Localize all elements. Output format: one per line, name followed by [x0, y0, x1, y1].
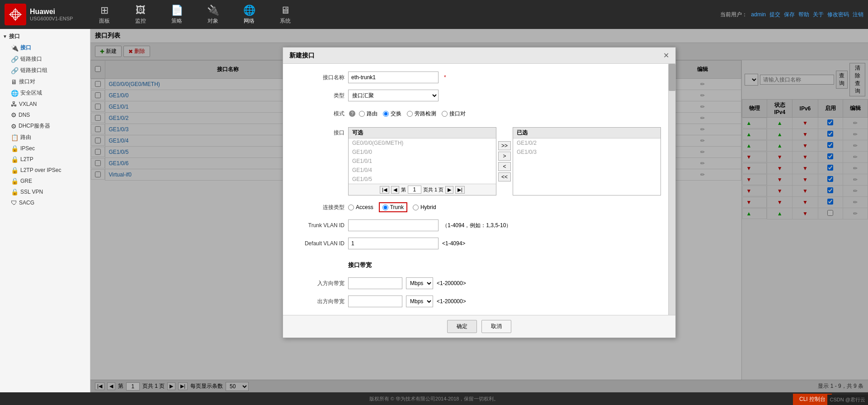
avail-last-btn[interactable]: ▶| [455, 186, 465, 194]
mode-switch-option[interactable]: 交换 [383, 110, 401, 118]
available-item-1[interactable]: GE1/0/0 [349, 148, 496, 157]
mode-switch-radio[interactable] [383, 111, 389, 117]
logo-title: Huawei [30, 8, 73, 16]
save-link[interactable]: 保存 [784, 11, 795, 19]
nav-network-label: 网络 [244, 17, 255, 25]
available-body: GE0/0/0(GE0/METH) GE1/0/0 GE1/0/1 GE1/0/… [349, 138, 496, 184]
nav-object[interactable]: 🔌 对象 [195, 1, 231, 29]
dhcp-icon: ⚙ [11, 123, 17, 130]
outbound-unit-select[interactable]: Mbps Kbps [406, 295, 433, 307]
new-interface-modal: 新建接口 ✕ 接口名称 * [283, 47, 676, 338]
available-list: 可选 GE0/0/0(GE0/METH) GE1/0/0 GE1/0/1 GE1… [348, 127, 496, 195]
sidebar-item-security-zone[interactable]: 🌐 安全区域 [7, 87, 90, 99]
conn-hybrid-radio[interactable] [413, 205, 419, 210]
logout-link[interactable]: 注销 [853, 11, 863, 19]
sidebar-item-vxlan[interactable]: 🖧 VXLAN [7, 99, 90, 110]
help-link[interactable]: 帮助 [798, 11, 809, 19]
nav-monitor[interactable]: 🖼 监控 [123, 1, 159, 29]
form-row-type: 类型 接口汇聚 [290, 89, 661, 102]
transfer-left-btn[interactable]: < [498, 162, 511, 171]
modal-scrollbar[interactable] [668, 64, 675, 315]
nav-policy-label: 策略 [171, 17, 182, 25]
cancel-button[interactable]: 取消 [481, 320, 511, 333]
sidebar-root[interactable]: ▼ 接口 [0, 31, 90, 42]
mode-route-option[interactable]: 路由 [359, 110, 377, 118]
type-select[interactable]: 接口汇聚 [348, 90, 439, 101]
sidebar-item-sslvpn[interactable]: 🔒 SSL VPN [7, 186, 90, 197]
form-row-inbound: 入方向带宽 Mbps Kbps <1-200000> [290, 277, 661, 290]
mode-label: 模式 [290, 110, 344, 118]
mode-pair-radio[interactable] [442, 111, 448, 117]
avail-prev-btn[interactable]: ◀ [391, 186, 399, 194]
conn-trunk-option[interactable]: Trunk [379, 202, 407, 212]
inbound-unit-select[interactable]: Mbps Kbps [406, 277, 433, 289]
sidebar-item-routing[interactable]: 📋 路由 [7, 132, 90, 143]
sidebar-item-gre[interactable]: 🔒 GRE [7, 176, 90, 186]
selected-body: GE1/0/2 GE1/0/3 [513, 138, 660, 184]
mode-route-radio[interactable] [359, 111, 365, 117]
modal-overlay: 新建接口 ✕ 接口名称 * [90, 29, 868, 392]
available-item-3[interactable]: GE1/0/4 [349, 166, 496, 175]
sidebar-item-sacg[interactable]: 🛡 SACG [7, 197, 90, 208]
available-item-0[interactable]: GE0/0/0(GE0/METH) [349, 138, 496, 148]
sidebar-item-link-group[interactable]: 🔗 链路接口组 [7, 65, 90, 76]
csdn-label: CSDN @君行云 [827, 395, 868, 405]
selected-header: 已选 [513, 128, 660, 138]
available-item-2[interactable]: GE1/0/1 [349, 157, 496, 166]
if-pair-icon: 🖥 [11, 78, 17, 86]
outbound-bw-input[interactable] [348, 295, 402, 307]
conn-hybrid-option[interactable]: Hybrid [413, 204, 436, 210]
conn-trunk-radio[interactable] [382, 205, 388, 210]
sidebar-item-link-interface[interactable]: 🔗 链路接口 [7, 53, 90, 65]
selected-item-0[interactable]: GE1/0/2 [513, 138, 660, 148]
network-icon: 🌐 [243, 5, 255, 16]
nav-monitor-label: 监控 [135, 17, 146, 25]
transfer-all-left-btn[interactable]: << [498, 172, 511, 181]
transfer-right-btn[interactable]: > [498, 152, 511, 161]
required-mark: * [444, 74, 446, 81]
default-vlan-input[interactable] [348, 238, 439, 249]
avail-next-btn[interactable]: ▶ [445, 186, 453, 194]
form-row-bw-title: 接口带宽 [290, 259, 661, 272]
avail-page-input[interactable] [408, 186, 421, 194]
sidebar-group: 🔌 接口 🔗 链路接口 🔗 链路接口组 🖥 接口对 🌐 安全区域 🖧 V [0, 42, 90, 208]
modal-close-button[interactable]: ✕ [663, 51, 669, 60]
available-item-4[interactable]: GE1/0/5 [349, 175, 496, 184]
if-name-input[interactable] [348, 71, 439, 83]
sidebar-item-l2tp[interactable]: 🔒 L2TP [7, 154, 90, 165]
sidebar-dns-label: DNS [19, 112, 30, 118]
sidebar-item-dhcp[interactable]: ⚙ DHCP服务器 [7, 120, 90, 132]
selected-list: 已选 GE1/0/2 GE1/0/3 [513, 127, 661, 195]
huawei-logo [5, 4, 26, 25]
trunk-vlan-input[interactable] [348, 219, 439, 231]
inbound-bw-input[interactable] [348, 277, 402, 289]
confirm-button[interactable]: 确定 [447, 320, 477, 333]
nav-network[interactable]: 🌐 网络 [231, 1, 267, 29]
sidebar-item-if-pair[interactable]: 🖥 接口对 [7, 76, 90, 87]
selected-item-1[interactable]: GE1/0/3 [513, 148, 660, 157]
conn-access-option[interactable]: Access [348, 204, 373, 210]
username-link[interactable]: admin [751, 11, 766, 18]
nav-system[interactable]: 🖥 系统 [267, 1, 303, 29]
change-password-link[interactable]: 修改密码 [827, 11, 849, 19]
transfer-all-right-btn[interactable]: >> [498, 141, 511, 150]
sidebar-item-l2tp-ipsec[interactable]: 🔒 L2TP over IPSec [7, 165, 90, 176]
avail-first-btn[interactable]: |◀ [380, 186, 389, 194]
submit-link[interactable]: 提交 [769, 11, 780, 19]
routing-icon: 📋 [11, 134, 19, 141]
conn-access-radio[interactable] [348, 205, 354, 210]
sidebar-item-ipsec[interactable]: 🔒 IPSec [7, 143, 90, 154]
nav-policy[interactable]: 📄 策略 [159, 1, 195, 29]
sidebar-item-dns[interactable]: ⚙ DNS [7, 110, 90, 120]
about-link[interactable]: 关于 [813, 11, 824, 19]
mode-help-icon[interactable]: ? [349, 110, 355, 117]
interface-icon: 🔌 [11, 44, 19, 52]
avail-page-label: 第 [401, 186, 406, 193]
connection-type-label: 连接类型 [290, 204, 344, 211]
nav-panel[interactable]: ⊞ 面板 [86, 1, 123, 29]
mode-bypass-radio[interactable] [407, 111, 413, 117]
sidebar-item-interface[interactable]: 🔌 接口 [7, 42, 90, 53]
cli-console-button[interactable]: CLI 控制台 [793, 394, 832, 405]
mode-pair-option[interactable]: 接口对 [442, 110, 466, 118]
mode-bypass-option[interactable]: 旁路检测 [407, 110, 436, 118]
